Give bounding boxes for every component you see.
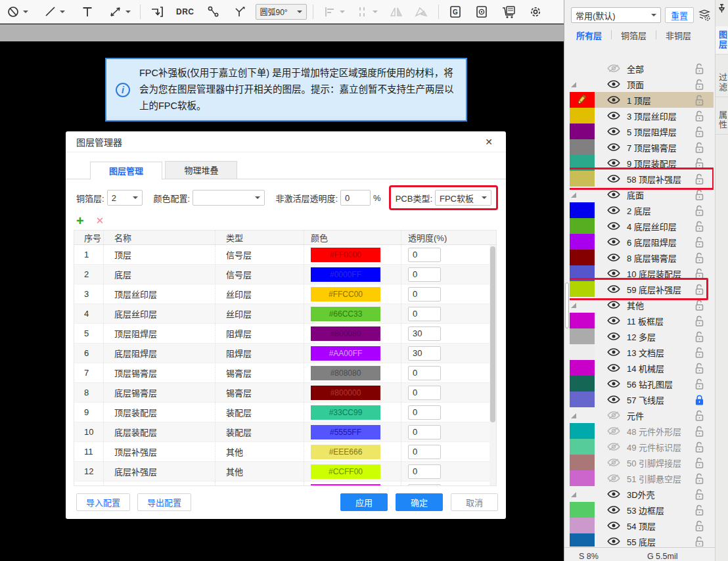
pick-place-export-button[interactable] — [471, 3, 492, 21]
visibility-toggle[interactable] — [606, 64, 622, 73]
inactive-opacity-input[interactable] — [340, 190, 371, 206]
visibility-toggle[interactable] — [606, 474, 622, 483]
layer-color-swatch[interactable] — [570, 518, 595, 533]
layer-color-swatch[interactable] — [570, 328, 595, 344]
table-row[interactable]: 7 顶层锡膏层 锡膏层 #808080 — [74, 363, 496, 383]
visibility-toggle[interactable] — [606, 300, 622, 309]
opacity-input[interactable] — [408, 267, 441, 282]
table-row[interactable]: 12 底层补强层 其他 #CCFF00 — [74, 462, 496, 482]
lock-toggle[interactable] — [694, 473, 704, 484]
layer-color-swatch[interactable] — [570, 250, 595, 265]
opacity-input[interactable] — [408, 366, 441, 380]
table-row[interactable]: 4 底层丝印层 丝印层 #66CC33 — [74, 304, 496, 324]
dimension-tool-button[interactable] — [105, 3, 134, 21]
visibility-toggle[interactable] — [606, 458, 622, 467]
lock-toggle[interactable] — [694, 520, 704, 531]
table-row[interactable]: 5 顶层阻焊层 阻焊层 #800080 — [74, 324, 496, 344]
layer-row[interactable]: 6 底层阻焊层 — [570, 234, 714, 250]
visibility-toggle[interactable] — [606, 332, 622, 341]
opacity-input[interactable] — [408, 405, 441, 420]
color-chip[interactable]: #FFCC00 — [311, 287, 380, 302]
layer-color-swatch[interactable] — [570, 265, 595, 281]
lock-toggle[interactable] — [694, 394, 704, 405]
layer-color-swatch[interactable] — [570, 470, 595, 486]
opacity-input[interactable] — [408, 307, 441, 321]
lock-toggle[interactable] — [694, 331, 704, 342]
layer-row[interactable]: 3D外壳 — [570, 486, 714, 502]
copper-layers-select[interactable]: 2 — [107, 190, 143, 206]
text-tool-button[interactable] — [78, 3, 97, 21]
table-scrollbar[interactable] — [489, 245, 496, 485]
visibility-toggle[interactable] — [606, 127, 622, 136]
lock-toggle[interactable] — [694, 126, 704, 137]
layer-color-swatch[interactable] — [570, 139, 595, 155]
visibility-toggle[interactable] — [606, 221, 622, 231]
layer-row[interactable]: 58 顶层补强层 — [570, 171, 714, 187]
layer-row[interactable]: 54 顶层 — [570, 518, 714, 533]
table-row[interactable]: 11 顶层补强层 其他 #EEE666 — [74, 442, 496, 462]
layer-row[interactable]: 57 飞线层 — [570, 392, 714, 407]
visibility-toggle[interactable] — [606, 348, 622, 357]
layer-color-swatch[interactable] — [570, 423, 595, 439]
visibility-toggle[interactable] — [606, 505, 622, 514]
layer-row[interactable]: 50 引脚焊接层 — [570, 455, 714, 470]
flip-horizontal-button-disabled[interactable] — [385, 3, 407, 21]
lock-toggle[interactable] — [694, 189, 704, 200]
lock-toggle[interactable] — [694, 347, 704, 358]
layer-row[interactable]: 55 底层 — [570, 533, 714, 547]
opacity-input[interactable] — [408, 346, 441, 361]
layer-color-swatch[interactable] — [570, 376, 595, 392]
layer-color-swatch[interactable] — [570, 108, 595, 123]
lock-toggle[interactable] — [694, 315, 704, 326]
flip-vertical-button-disabled[interactable] — [410, 3, 432, 21]
opacity-input[interactable] — [408, 484, 441, 486]
visibility-toggle[interactable] — [606, 174, 622, 183]
line-tool-button[interactable] — [41, 3, 68, 21]
layer-row[interactable]: 49 元件标识层 — [570, 439, 714, 455]
visibility-toggle[interactable] — [606, 395, 622, 404]
color-chip[interactable]: #808080 — [311, 366, 380, 380]
gerber-export-button[interactable]: G — [445, 3, 466, 21]
visibility-toggle[interactable] — [606, 521, 622, 530]
lock-toggle[interactable] — [694, 441, 704, 453]
lock-toggle[interactable] — [694, 378, 704, 390]
tab-all-layers[interactable]: 所有层 — [576, 29, 602, 41]
visibility-toggle[interactable] — [606, 442, 622, 451]
route-tool-button[interactable] — [147, 3, 168, 21]
layer-row[interactable]: 顶面 — [570, 76, 714, 92]
visibility-toggle[interactable] — [606, 190, 622, 199]
layer-color-swatch[interactable] — [570, 533, 595, 547]
layer-row[interactable]: 13 文档层 — [570, 344, 714, 360]
lock-toggle[interactable] — [694, 63, 704, 74]
color-chip[interactable]: #33CC99 — [311, 405, 380, 420]
color-chip[interactable]: #FF0000 — [311, 248, 380, 262]
color-chip[interactable] — [311, 484, 380, 486]
pin-icon[interactable] — [717, 4, 726, 13]
tab-layer-management[interactable]: 图层管理 — [90, 162, 162, 180]
color-chip[interactable]: #66CC33 — [311, 307, 380, 321]
group-expand-icon[interactable] — [571, 303, 576, 308]
layer-color-swatch[interactable] — [570, 202, 595, 218]
visibility-toggle[interactable] — [606, 411, 622, 420]
panel-tab-layers[interactable]: 图层 — [716, 26, 728, 55]
opacity-input[interactable] — [408, 445, 441, 459]
layer-color-swatch[interactable] — [570, 281, 595, 297]
visibility-toggle[interactable] — [606, 363, 622, 372]
lock-toggle[interactable] — [694, 221, 704, 232]
chevron-down-icon[interactable] — [23, 11, 28, 13]
table-row[interactable]: 8 底层锡膏层 锡膏层 #800000 — [74, 383, 496, 403]
panel-tab-properties[interactable]: 属性 — [716, 106, 728, 135]
layer-color-swatch[interactable] — [570, 344, 595, 360]
color-config-select[interactable] — [193, 190, 265, 206]
settings-button[interactable] — [525, 3, 546, 21]
opacity-input[interactable] — [408, 248, 441, 262]
lock-toggle[interactable] — [694, 236, 704, 248]
sidebar-scrollbar[interactable] — [565, 60, 570, 547]
layer-row[interactable]: 4 底层丝印层 — [570, 218, 714, 234]
tab-physical-stackup[interactable]: 物理堆叠 — [165, 161, 237, 179]
opacity-input[interactable] — [408, 287, 441, 302]
cancel-button[interactable]: 取消 — [451, 493, 498, 511]
layer-config-icon[interactable] — [698, 9, 712, 22]
visibility-toggle[interactable] — [606, 426, 622, 436]
layer-row[interactable]: 元件 — [570, 407, 714, 423]
